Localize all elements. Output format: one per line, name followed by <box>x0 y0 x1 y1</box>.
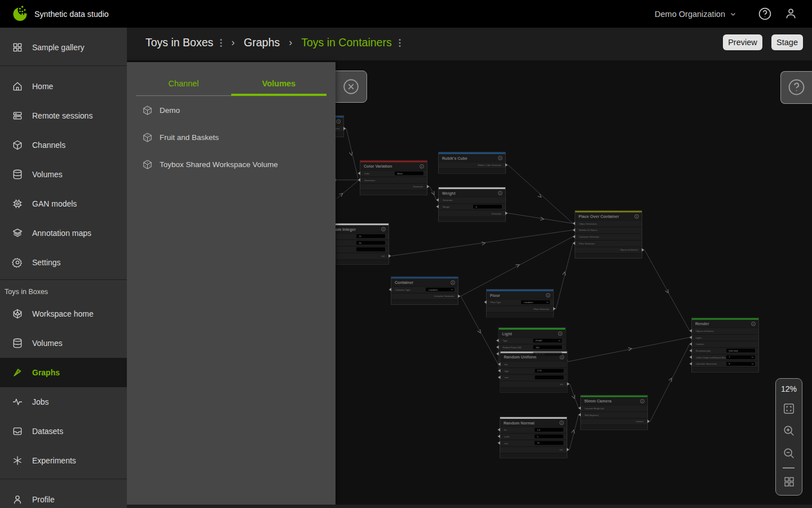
svg-text:Object Generators: Object Generators <box>579 222 597 225</box>
svg-text:4: 4 <box>476 206 477 208</box>
svg-text:Radiant Power (W): Radiant Power (W) <box>503 346 522 349</box>
svg-text:Roll (degrees): Roll (degrees) <box>585 414 599 417</box>
svg-text:Floor: Floor <box>490 294 500 298</box>
svg-text:Weight: Weight <box>442 191 456 196</box>
svg-text:Rubik's Cube Generator: Rubik's Cube Generator <box>478 164 501 167</box>
svg-text:out: out <box>382 255 385 257</box>
svg-text:Random Uniform: Random Uniform <box>504 355 537 360</box>
svg-text:Container: Container <box>395 281 413 285</box>
svg-text:Floor Generator: Floor Generator <box>534 308 550 310</box>
svg-text:Lights: Lights <box>696 336 701 339</box>
svg-text:loc: loc <box>504 428 507 431</box>
svg-text:Random Normal: Random Normal <box>504 421 535 426</box>
svg-text:Camera: Camera <box>696 343 704 345</box>
svg-text:Black: Black <box>398 173 403 175</box>
svg-text:scale: scale <box>504 435 509 438</box>
svg-text:Collect Depth and Normal Mas..: Collect Depth and Normal Mas... <box>696 356 727 359</box>
svg-text:out: out <box>560 383 563 386</box>
svg-text:POINT: POINT <box>536 340 542 342</box>
svg-text:50: 50 <box>359 242 361 244</box>
svg-text:1.0: 1.0 <box>537 429 540 431</box>
svg-text:Type: Type <box>503 339 508 342</box>
svg-text:Color Variation: Color Variation <box>364 164 392 169</box>
svg-text:out: out <box>560 448 563 451</box>
svg-text:size: size <box>505 376 509 379</box>
svg-text:Floor Type: Floor Type <box>491 301 501 304</box>
svg-text:Generator: Generator <box>491 212 501 215</box>
svg-text:size: size <box>504 442 508 445</box>
svg-text:50mm Camera: 50mm Camera <box>584 399 612 404</box>
svg-text:Generator: Generator <box>413 185 423 188</box>
svg-text:<random>: <random> <box>429 289 439 291</box>
svg-text:Generator: Generator <box>443 199 453 202</box>
svg-text:[ 1, 1, 1 ]: [ 1, 1, 1 ] <box>536 353 544 356</box>
svg-text:[500 500]: [500 500] <box>729 350 738 352</box>
svg-text:<random>: <random> <box>524 301 534 304</box>
svg-text:Render: Render <box>695 322 709 326</box>
svg-text:0.70: 0.70 <box>537 370 541 372</box>
svg-text:Camera: Camera <box>636 420 644 423</box>
svg-text:Container Type: Container Type <box>395 288 410 291</box>
svg-text:Objects of Interest: Objects of Interest <box>696 330 714 332</box>
svg-text:Objects of Interest: Objects of Interest <box>620 248 638 251</box>
svg-text:Floor Generator: Floor Generator <box>579 242 595 245</box>
svg-text:Number of Objects: Number of Objects <box>579 229 597 231</box>
svg-text:Color: Color <box>364 172 370 175</box>
svg-text:Resolution (px): Resolution (px) <box>696 349 711 352</box>
svg-text:Light: Light <box>502 332 513 336</box>
svg-text:high: high <box>505 370 509 373</box>
svg-text:5: 5 <box>537 436 539 438</box>
svg-text:Generators: Generators <box>364 179 376 182</box>
svg-text:Weight: Weight <box>443 205 450 208</box>
svg-text:Rubik's Cube: Rubik's Cube <box>442 156 467 161</box>
svg-text:Container Generator: Container Generator <box>434 295 454 297</box>
svg-text:15: 15 <box>359 235 361 238</box>
svg-text:10: 10 <box>537 442 540 444</box>
svg-text:Location Height (m): Location Height (m) <box>585 407 604 410</box>
svg-text:low: low <box>505 363 508 366</box>
svg-text:Calculate Obstruction: Calculate Obstruction <box>696 362 717 365</box>
svg-text:Place Over Container: Place Over Container <box>579 214 619 219</box>
svg-text:Container Generator: Container Generator <box>579 235 599 238</box>
svg-text:100: 100 <box>536 347 539 349</box>
